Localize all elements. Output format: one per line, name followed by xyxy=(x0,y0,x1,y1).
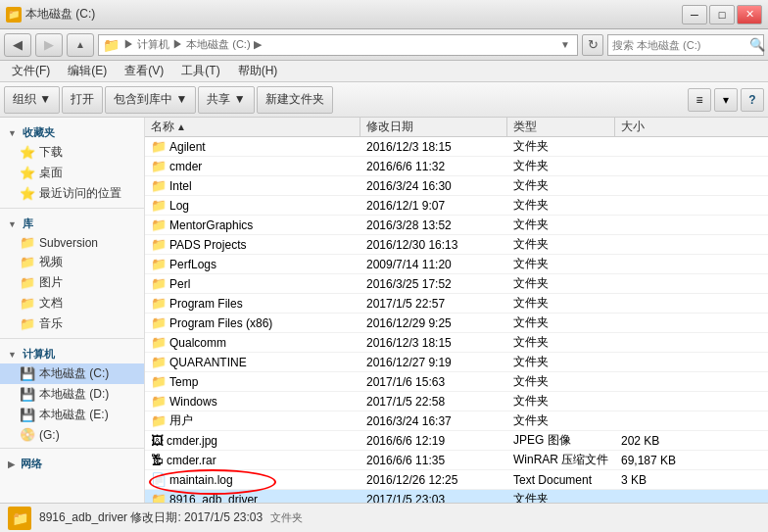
menu-view[interactable]: 查看(V) xyxy=(117,61,171,81)
file-name: Temp xyxy=(169,375,198,389)
title-bar-text: 本地磁盘 (C:) xyxy=(25,6,95,23)
file-name-cell: 📄 maintain.log xyxy=(145,472,360,487)
maximize-button[interactable]: □ xyxy=(709,5,735,24)
library-title[interactable]: ▼ 库 xyxy=(0,213,144,233)
file-date-cell: 2016/12/3 18:15 xyxy=(360,336,507,350)
file-size-cell: 3 KB xyxy=(615,473,703,487)
table-row[interactable]: 📁 MentorGraphics 2016/3/28 13:52 文件夹 xyxy=(145,216,768,235)
file-icon: 📁 xyxy=(151,355,167,369)
sort-arrow: ▲ xyxy=(176,121,186,132)
col-header-type[interactable]: 类型 xyxy=(507,118,615,136)
sidebar-item-desktop[interactable]: ⭐ 桌面 xyxy=(0,163,144,183)
favorites-title[interactable]: ▼ 收藏夹 xyxy=(0,121,144,142)
address-dropdown-icon[interactable]: ▼ xyxy=(557,39,573,50)
c-drive-icon: 💾 xyxy=(20,366,35,381)
table-row[interactable]: 📁 cmder 2016/6/6 11:32 文件夹 xyxy=(145,157,768,176)
file-date-cell: 2009/7/14 11:20 xyxy=(360,258,507,271)
library-label: 库 xyxy=(23,218,33,229)
file-icon: 📁 xyxy=(151,178,167,193)
file-icon: 📁 xyxy=(151,276,167,291)
new-folder-button[interactable]: 新建文件夹 xyxy=(257,86,333,114)
file-date-cell: 2016/3/24 16:37 xyxy=(360,414,507,428)
file-name-cell: 📁 Agilent xyxy=(145,139,360,154)
table-row[interactable]: 📁 Perl 2016/3/25 17:52 文件夹 xyxy=(145,274,768,294)
file-type-cell: 文件夹 xyxy=(507,158,615,174)
table-row[interactable]: 📁 Windows 2017/1/5 22:58 文件夹 xyxy=(145,392,768,411)
library-arrow: ▼ xyxy=(8,219,17,229)
sidebar-item-g-drive[interactable]: 📀 (G:) xyxy=(0,425,144,444)
file-icon: 📁 xyxy=(151,335,167,350)
file-type-cell: 文件夹 xyxy=(507,354,615,370)
table-row[interactable]: 📁 Agilent 2016/12/3 18:15 文件夹 xyxy=(145,137,768,157)
sidebar-item-d-drive[interactable]: 💾 本地磁盘 (D:) xyxy=(0,384,144,405)
sidebar-item-video[interactable]: 📁 视频 xyxy=(0,252,144,272)
address-bar-input[interactable]: 📁 ▶ 计算机 ▶ 本地磁盘 (C:) ▶ ▼ xyxy=(98,34,578,56)
open-button[interactable]: 打开 xyxy=(62,86,103,114)
menu-tools[interactable]: 工具(T) xyxy=(173,61,227,81)
sidebar-item-subversion[interactable]: 📁 Subversion xyxy=(0,233,144,252)
sidebar-item-pictures[interactable]: 📁 图片 xyxy=(0,272,144,293)
file-name: PADS Projects xyxy=(169,238,246,252)
sidebar-item-e-drive[interactable]: 💾 本地磁盘 (E:) xyxy=(0,405,144,425)
table-row[interactable]: 🖼 cmder.jpg 2016/6/6 12:19 JPEG 图像 202 K… xyxy=(145,431,768,451)
desktop-icon: ⭐ xyxy=(20,166,35,180)
forward-button[interactable]: ▶ xyxy=(35,33,63,57)
table-row[interactable]: 📁 Qualcomm 2016/12/3 18:15 文件夹 xyxy=(145,333,768,353)
table-row[interactable]: 📁 QUARANTINE 2016/12/27 9:19 文件夹 xyxy=(145,353,768,372)
refresh-button[interactable]: ↻ xyxy=(582,34,603,56)
menu-edit[interactable]: 编辑(E) xyxy=(60,61,115,81)
include-library-button[interactable]: 包含到库中 ▼ xyxy=(105,86,196,114)
file-name-cell: 📁 MentorGraphics xyxy=(145,218,360,232)
file-type-cell: 文件夹 xyxy=(507,236,615,253)
table-row[interactable]: 📄 maintain.log 2016/12/26 12:25 Text Doc… xyxy=(145,470,768,490)
table-row[interactable]: 📁 PADS Projects 2016/12/30 16:13 文件夹 xyxy=(145,235,768,255)
table-row[interactable]: 📁 Log 2016/12/1 9:07 文件夹 xyxy=(145,196,768,216)
network-arrow: ▶ xyxy=(8,459,15,469)
table-row[interactable]: 🗜 cmder.rar 2016/6/6 11:35 WinRAR 压缩文件 6… xyxy=(145,451,768,470)
file-date-cell: 2016/3/28 13:52 xyxy=(360,218,507,232)
view-details-button[interactable]: ▾ xyxy=(714,88,738,112)
close-button[interactable]: ✕ xyxy=(737,5,762,24)
computer-arrow: ▼ xyxy=(8,350,17,360)
network-title[interactable]: ▶ 网络 xyxy=(0,453,144,473)
view-change-button[interactable]: ≡ xyxy=(688,88,711,112)
search-input[interactable] xyxy=(612,39,747,51)
computer-title[interactable]: ▼ 计算机 xyxy=(0,343,144,363)
sidebar-item-download[interactable]: ⭐ 下载 xyxy=(0,142,144,163)
organize-button[interactable]: 组织 ▼ xyxy=(4,86,60,114)
share-button[interactable]: 共享 ▼ xyxy=(198,86,254,114)
table-row[interactable]: 📁 Program Files (x86) 2016/12/29 9:25 文件… xyxy=(145,314,768,333)
col-header-date[interactable]: 修改日期 xyxy=(360,118,507,136)
file-date-cell: 2016/12/29 9:25 xyxy=(360,316,507,330)
file-name: Qualcomm xyxy=(169,336,226,350)
sidebar-item-documents[interactable]: 📁 文档 xyxy=(0,293,144,314)
file-name: Log xyxy=(169,199,189,213)
minimize-button[interactable]: ─ xyxy=(682,5,707,24)
up-button[interactable]: ▲ xyxy=(67,33,94,57)
menu-help[interactable]: 帮助(H) xyxy=(230,61,286,81)
menu-file[interactable]: 文件(F) xyxy=(4,61,58,81)
file-icon: 📁 xyxy=(151,315,167,330)
video-icon: 📁 xyxy=(20,255,35,269)
table-row[interactable]: 📁 Temp 2017/1/6 15:63 文件夹 xyxy=(145,372,768,392)
back-button[interactable]: ◀ xyxy=(4,33,31,57)
file-name: maintain.log xyxy=(169,473,233,487)
table-row[interactable]: 📁 Intel 2016/3/24 16:30 文件夹 xyxy=(145,176,768,196)
file-type-cell: 文件夹 xyxy=(507,314,615,331)
divider-1 xyxy=(0,208,144,209)
table-row[interactable]: 📁 PerfLogs 2009/7/14 11:20 文件夹 xyxy=(145,255,768,274)
search-button[interactable]: 🔍 xyxy=(749,36,765,54)
file-name-cell: 📁 8916_adb_driver xyxy=(145,492,360,503)
file-date-cell: 2016/12/30 16:13 xyxy=(360,238,507,252)
table-row[interactable]: 📁 Program Files 2017/1/5 22:57 文件夹 xyxy=(145,294,768,314)
col-header-name[interactable]: 名称 ▲ xyxy=(145,118,360,136)
sidebar-item-recent[interactable]: ⭐ 最近访问的位置 xyxy=(0,183,144,204)
divider-2 xyxy=(0,338,144,339)
sidebar-item-music[interactable]: 📁 音乐 xyxy=(0,314,144,334)
table-row[interactable]: 📁 8916_adb_driver 2017/1/5 23:03 文件夹 xyxy=(145,490,768,503)
help-button[interactable]: ? xyxy=(741,88,764,112)
file-icon: 📄 xyxy=(151,472,167,487)
col-header-size[interactable]: 大小 xyxy=(615,118,703,136)
sidebar-item-c-drive[interactable]: 💾 本地磁盘 (C:) xyxy=(0,363,144,384)
table-row[interactable]: 📁 用户 2016/3/24 16:37 文件夹 xyxy=(145,411,768,431)
